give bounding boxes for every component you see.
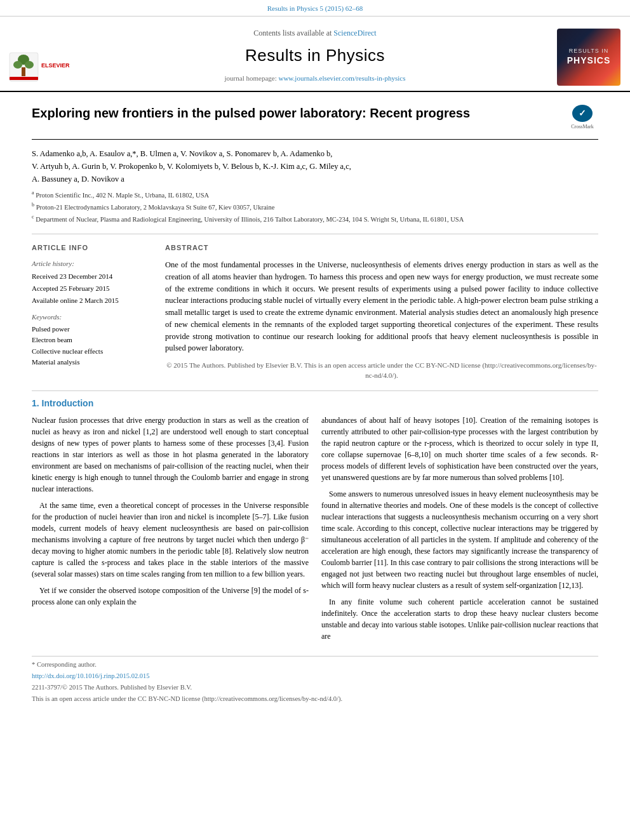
- crossmark-badge[interactable]: ✓ CrossMark: [566, 105, 598, 130]
- svg-rect-4: [22, 67, 25, 76]
- svg-point-3: [25, 61, 34, 69]
- section-divider: [32, 390, 598, 391]
- journal-info-center: Contents lists available at ScienceDirec…: [83, 23, 547, 91]
- svg-text:ELSEVIER: ELSEVIER: [41, 62, 70, 69]
- doi-link: http://dx.doi.org/10.1016/j.rinp.2015.02…: [32, 672, 598, 681]
- authors: S. Adamenko a,b, A. Esaulov a,*, B. Ulme…: [32, 147, 598, 185]
- article-title: Exploring new frontiers in the pulsed po…: [32, 105, 557, 121]
- svg-rect-5: [10, 77, 38, 80]
- issn-text: 2211-3797/© 2015 The Authors. Published …: [32, 683, 598, 693]
- journal-header: ELSEVIER Contents lists available at Sci…: [0, 17, 630, 92]
- article-history-label: Article history:: [32, 259, 152, 269]
- authors-line2: V. Artyuh b, A. Gurin b, V. Prokopenko b…: [32, 160, 598, 173]
- elsevier-logo: ELSEVIER: [6, 50, 76, 84]
- body-two-col: Nuclear fusion processes that drive ener…: [32, 415, 598, 647]
- physics-badge-area: results in PHYSICS: [547, 23, 630, 91]
- affiliation-a: a Proton Scientific Inc., 402 N. Maple S…: [32, 189, 598, 200]
- main-content: Exploring new frontiers in the pulsed po…: [0, 92, 630, 718]
- affiliations: a Proton Scientific Inc., 402 N. Maple S…: [32, 189, 598, 225]
- available-date: Available online 2 March 2015: [32, 296, 152, 305]
- elsevier-logo-area: ELSEVIER: [0, 23, 83, 91]
- citation-text: Results in Physics 5 (2015) 62–68: [267, 4, 363, 12]
- intro-para-5: Some answers to numerous unresolved issu…: [321, 488, 598, 591]
- intro-para-3: Yet if we consider the observed isotope …: [32, 585, 309, 608]
- science-direct-link[interactable]: ScienceDirect: [333, 29, 376, 37]
- accepted-date: Accepted 25 February 2015: [32, 284, 152, 293]
- footnote-section: * Corresponding author. http://dx.doi.or…: [32, 656, 598, 703]
- received-date: Received 23 December 2014: [32, 272, 152, 281]
- crossmark-label: CrossMark: [571, 123, 594, 130]
- journal-homepage: journal homepage: www.journals.elsevier.…: [225, 74, 406, 83]
- affiliation-c: c Department of Nuclear, Plasma and Radi…: [32, 213, 598, 224]
- article-info-heading: ARTICLE INFO: [32, 243, 152, 253]
- intro-heading: 1. Introduction: [32, 398, 93, 408]
- science-direct-line: Contents lists available at ScienceDirec…: [253, 28, 376, 39]
- body-right-col: abundances of about half of heavy isotop…: [321, 415, 598, 647]
- svg-point-2: [13, 61, 22, 69]
- intro-para-6: In any finite volume such coherent parti…: [321, 596, 598, 642]
- article-info-col: ARTICLE INFO Article history: Received 2…: [32, 243, 152, 380]
- crossmark-icon: ✓: [572, 105, 593, 122]
- keyword-3: Collective nuclear effects: [32, 347, 152, 356]
- copyright-text: © 2015 The Authors. Published by Elsevie…: [165, 361, 598, 380]
- doi-anchor[interactable]: http://dx.doi.org/10.1016/j.rinp.2015.02…: [32, 672, 150, 679]
- physics-badge: results in PHYSICS: [557, 29, 620, 86]
- keyword-2: Electron beam: [32, 335, 152, 345]
- abstract-text: One of the most fundamental processes in…: [165, 259, 598, 354]
- intro-para-1: Nuclear fusion processes that drive ener…: [32, 415, 309, 495]
- keywords-label: Keywords:: [32, 312, 152, 322]
- abstract-heading: ABSTRACT: [165, 243, 598, 253]
- keyword-4: Material analysis: [32, 357, 152, 367]
- article-title-section: Exploring new frontiers in the pulsed po…: [32, 105, 598, 140]
- article-info-abstract-layout: ARTICLE INFO Article history: Received 2…: [32, 234, 598, 380]
- authors-line3: A. Bassuney a, D. Novikov a: [32, 173, 598, 185]
- open-access-text: This is an open access article under the…: [32, 695, 598, 704]
- abstract-col: ABSTRACT One of the most fundamental pro…: [165, 243, 598, 380]
- citation-bar: Results in Physics 5 (2015) 62–68: [0, 0, 630, 17]
- affiliation-b: b Proton-21 Electrodynamics Laboratory, …: [32, 201, 598, 212]
- keyword-1: Pulsed power: [32, 324, 152, 334]
- badge-physics-text: PHYSICS: [567, 55, 610, 67]
- journal-title: Results in Physics: [245, 44, 385, 67]
- authors-line1: S. Adamenko a,b, A. Esaulov a,*, B. Ulme…: [32, 147, 598, 160]
- badge-results-text: results in: [569, 47, 608, 55]
- body-left-col: Nuclear fusion processes that drive ener…: [32, 415, 309, 647]
- intro-para-4: abundances of about half of heavy isotop…: [321, 415, 598, 483]
- intro-para-2: At the same time, even a theoretical con…: [32, 500, 309, 580]
- intro-section-header: 1. Introduction: [32, 397, 598, 410]
- corresponding-note: * Corresponding author.: [32, 660, 598, 670]
